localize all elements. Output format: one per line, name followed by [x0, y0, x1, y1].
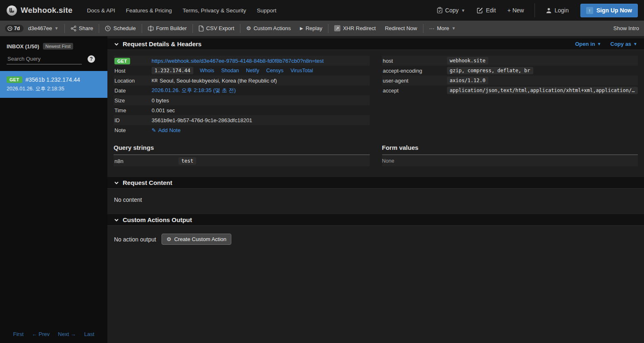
ellipsis-icon: ···: [429, 25, 435, 31]
no-content-text: No content: [114, 196, 142, 203]
date-link[interactable]: 2026.01.26. 오후 2:18:35 (몇 초 전): [152, 87, 236, 94]
custom-actions-button[interactable]: ⚙ Custom Actions: [246, 25, 291, 31]
chevron-down-icon: ▼: [55, 26, 59, 31]
toolbar-divider: [328, 24, 328, 33]
toolbar-divider: [240, 24, 240, 33]
virustotal-link[interactable]: VirusTotal: [290, 68, 313, 73]
sign-up-now-button[interactable]: ↑ Sign Up Now: [580, 4, 638, 17]
no-action-output-text: No action output: [114, 236, 156, 243]
request-list-item[interactable]: GET #3561b 1.232.174.44 2026.01.26. 오후 2…: [0, 71, 107, 98]
table-row-header: accept application/json,text/html,applic…: [382, 85, 638, 95]
share-button[interactable]: Share: [71, 25, 93, 31]
pagination-next[interactable]: Next →: [58, 331, 76, 337]
open-in-dropdown[interactable]: Open in ▼: [575, 41, 601, 47]
request-title: #3561b 1.232.174.44: [26, 76, 80, 83]
csv-export-button[interactable]: CSV Export: [199, 25, 234, 31]
help-icon[interactable]: ?: [88, 55, 95, 63]
custom-actions-body: No action output ⚙ Create Custom Action: [107, 226, 644, 256]
edit-button[interactable]: Edit: [477, 7, 496, 14]
section-title: Custom Actions Output: [123, 216, 192, 223]
brand-name: Webhook.site: [21, 6, 73, 15]
file-icon: [199, 26, 204, 31]
chevron-down-icon: ▼: [452, 26, 456, 31]
table-row-size: Size 0 bytes: [114, 95, 370, 105]
xhr-redirect-toggle[interactable]: ↗ XHR Redirect: [334, 25, 375, 31]
netify-link[interactable]: Netify: [246, 68, 259, 73]
id-value: 3561b9e1-9b57-476d-9c1e-2863dfc18201: [152, 117, 252, 123]
whois-link[interactable]: Whois: [200, 68, 214, 73]
action-toolbar: 7d d3e467ee ▼ Share Schedule F: [0, 21, 644, 36]
nav-features-pricing[interactable]: Features & Pricing: [126, 7, 172, 14]
toolbar-divider: [99, 24, 99, 33]
header-value: webhook.site: [447, 57, 489, 64]
censys-link[interactable]: Censys: [266, 68, 284, 73]
create-custom-action-button[interactable]: ⚙ Create Custom Action: [162, 234, 231, 245]
requests-sidebar: INBOX (1/50) Newest First ? GET #3561b 1…: [0, 36, 107, 343]
form-builder-button[interactable]: Form Builder: [148, 25, 187, 31]
request-details-table: GET https://webhook.site/d3e467ee-9785-4…: [114, 56, 370, 166]
divider: [114, 154, 370, 155]
nav-support[interactable]: Support: [257, 7, 276, 14]
show-intro-link[interactable]: Show Intro: [613, 25, 639, 31]
gear-icon: ⚙: [246, 25, 251, 31]
sort-order-badge[interactable]: Newest First: [43, 43, 73, 50]
clock-icon: [105, 26, 111, 31]
replay-button[interactable]: ▶ Replay: [300, 25, 322, 31]
form-builder-icon: [148, 26, 154, 31]
form-values-block: Form values None: [382, 144, 638, 166]
shodan-link[interactable]: Shodan: [221, 68, 239, 73]
redirect-now-button[interactable]: Redirect Now: [385, 25, 417, 31]
request-content-body: No content: [107, 189, 644, 214]
form-values-title: Form values: [382, 144, 638, 151]
table-row-header: accept-encoding gzip, compress, deflate,…: [382, 66, 638, 76]
new-button[interactable]: + New: [507, 7, 524, 14]
request-url-link[interactable]: https://webhook.site/d3e467ee-9785-4148-…: [152, 58, 324, 64]
form-values-empty-row: None: [382, 156, 638, 166]
toolbar-divider: [423, 24, 423, 33]
edit-icon: [477, 7, 483, 14]
clipboard-icon: [437, 7, 443, 14]
inbox-label: INBOX (1/50): [7, 43, 39, 50]
pagination-last[interactable]: Last: [84, 331, 95, 337]
add-note-link[interactable]: ✎Add Note: [152, 127, 181, 133]
table-row-header: user-agent axios/1.12.0: [382, 76, 638, 85]
chevron-down-icon: ▼: [633, 42, 637, 46]
token-id-dropdown[interactable]: d3e467ee ▼: [28, 25, 59, 31]
table-row-location: Location KR Seoul, Seoul-teukbyeolsi, Ko…: [114, 76, 370, 85]
request-headers-table: host webhook.site accept-encoding gzip, …: [382, 56, 638, 166]
toolbar-divider: [64, 24, 65, 33]
brand-logo[interactable]: Webhook.site: [6, 5, 73, 16]
query-strings-block: Query strings n8n test: [114, 144, 370, 166]
schedule-button[interactable]: Schedule: [105, 25, 135, 31]
pencil-icon: ✎: [152, 127, 156, 133]
chevron-down-icon: [114, 218, 119, 222]
expiry-badge[interactable]: 7d: [5, 25, 24, 32]
pagination-prev[interactable]: ← Prev: [32, 331, 50, 337]
more-dropdown[interactable]: ··· More ▼: [429, 25, 456, 31]
copy-dropdown[interactable]: Copy ▼: [437, 7, 466, 14]
method-badge: GET: [114, 58, 130, 64]
pagination-first[interactable]: First: [13, 331, 24, 337]
login-button[interactable]: Login: [546, 7, 568, 14]
user-icon: [546, 7, 552, 14]
gear-icon: ⚙: [166, 236, 171, 242]
chevron-down-icon: ▼: [597, 42, 601, 46]
query-string-name: n8n: [114, 158, 178, 164]
form-values-empty: None: [382, 158, 394, 164]
chevron-down-icon: [114, 180, 119, 185]
arrow-up-right-icon: ↗: [334, 25, 340, 31]
query-string-value: test: [178, 157, 196, 165]
section-custom-actions-header[interactable]: Custom Actions Output: [107, 214, 644, 226]
section-title: Request Content: [123, 179, 172, 186]
search-input[interactable]: [7, 54, 82, 64]
copy-as-dropdown[interactable]: Copy as ▼: [611, 41, 637, 47]
section-request-details-header[interactable]: Request Details & Headers Open in ▼ Copy…: [107, 38, 644, 50]
top-navbar: Webhook.site Docs & API Features & Prici…: [0, 0, 644, 21]
toolbar-divider: [192, 24, 193, 33]
nav-terms-privacy[interactable]: Terms, Privacy & Security: [183, 7, 246, 14]
header-value: axios/1.12.0: [447, 77, 489, 84]
share-icon: [71, 26, 76, 31]
section-request-content-header[interactable]: Request Content: [107, 177, 644, 189]
nav-docs-api[interactable]: Docs & API: [87, 7, 115, 14]
play-icon: ▶: [300, 26, 303, 31]
